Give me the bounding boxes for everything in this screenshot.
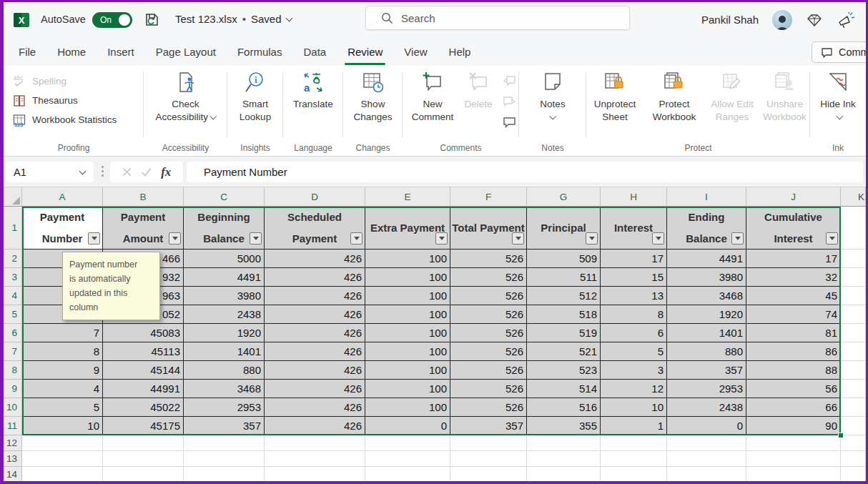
cell[interactable]: 10 bbox=[601, 398, 667, 417]
document-title[interactable]: Test 123.xlsx • Saved bbox=[175, 13, 292, 25]
formula-bar-handle[interactable] bbox=[102, 166, 104, 177]
cell[interactable]: 100 bbox=[365, 287, 450, 305]
cell[interactable]: 6 bbox=[601, 324, 667, 342]
column-header-G[interactable]: G bbox=[527, 187, 601, 207]
tab-view[interactable]: View bbox=[393, 37, 438, 66]
cell[interactable]: 357 bbox=[667, 361, 746, 380]
cell[interactable]: 100 bbox=[365, 361, 450, 380]
cell[interactable] bbox=[667, 451, 746, 467]
cell[interactable] bbox=[365, 467, 450, 481]
cell[interactable] bbox=[841, 207, 866, 250]
header-cell[interactable]: Scheduled Payment bbox=[265, 207, 365, 250]
save-icon[interactable] bbox=[144, 11, 161, 29]
cell[interactable]: 512 bbox=[527, 287, 601, 305]
protect-workbook-button[interactable]: Protect Workbook bbox=[643, 66, 705, 124]
premium-diamond-icon[interactable] bbox=[806, 11, 823, 29]
cell[interactable] bbox=[667, 467, 746, 481]
cell[interactable]: 2438 bbox=[667, 398, 746, 417]
cell[interactable] bbox=[601, 467, 667, 481]
cell[interactable] bbox=[746, 451, 841, 467]
column-header-D[interactable]: D bbox=[265, 187, 365, 207]
cell[interactable]: 44991 bbox=[103, 380, 184, 398]
row-header-6[interactable]: 6 bbox=[4, 324, 22, 342]
filter-button[interactable] bbox=[826, 232, 838, 245]
cell[interactable]: 45 bbox=[746, 287, 841, 305]
cell[interactable] bbox=[841, 417, 866, 435]
avatar[interactable] bbox=[772, 10, 792, 30]
cell[interactable] bbox=[527, 435, 601, 451]
cell[interactable]: 4491 bbox=[184, 268, 265, 287]
cell[interactable]: 523 bbox=[527, 361, 601, 380]
comments-button[interactable]: Comments bbox=[812, 41, 868, 63]
filter-button[interactable] bbox=[731, 232, 744, 245]
cell[interactable]: 880 bbox=[667, 342, 746, 361]
cell[interactable] bbox=[265, 451, 365, 467]
cell[interactable] bbox=[841, 380, 866, 398]
cell[interactable] bbox=[184, 467, 265, 481]
row-header-8[interactable]: 8 bbox=[4, 361, 22, 380]
filter-button[interactable] bbox=[169, 232, 181, 245]
cell[interactable]: 526 bbox=[450, 287, 527, 305]
insert-function-icon[interactable]: fx bbox=[161, 165, 171, 179]
cell[interactable] bbox=[184, 451, 265, 467]
cell[interactable]: 426 bbox=[265, 287, 365, 305]
cell[interactable]: 355 bbox=[527, 417, 601, 435]
cell[interactable] bbox=[841, 342, 866, 361]
cell[interactable]: 4 bbox=[22, 380, 103, 398]
cell[interactable]: 426 bbox=[265, 380, 365, 398]
show-changes-button[interactable]: Show Changes bbox=[347, 66, 400, 124]
cell[interactable] bbox=[527, 451, 601, 467]
cell[interactable]: 17 bbox=[746, 250, 841, 268]
filter-button[interactable] bbox=[652, 232, 664, 245]
cell[interactable]: 526 bbox=[450, 380, 527, 398]
tab-insert[interactable]: Insert bbox=[97, 37, 145, 66]
cell[interactable]: 1 bbox=[601, 417, 667, 435]
cell[interactable]: 426 bbox=[265, 361, 365, 380]
cell[interactable]: 4491 bbox=[667, 250, 746, 268]
cell[interactable]: 100 bbox=[365, 398, 450, 417]
tab-help[interactable]: Help bbox=[438, 37, 482, 66]
workbook-statistics-button[interactable]: 123 Workbook Statistics bbox=[4, 110, 144, 129]
cell[interactable] bbox=[841, 250, 866, 268]
show-comments-button[interactable] bbox=[501, 114, 517, 129]
column-header-H[interactable]: H bbox=[601, 187, 667, 207]
cell[interactable]: 8 bbox=[22, 342, 103, 361]
cell[interactable]: 3468 bbox=[667, 287, 746, 305]
cell[interactable]: 5 bbox=[601, 342, 667, 361]
cell[interactable]: 426 bbox=[265, 342, 365, 361]
translate-button[interactable]: a Translate bbox=[286, 66, 340, 111]
cell[interactable]: 45144 bbox=[103, 361, 184, 380]
column-header-E[interactable]: E bbox=[365, 187, 450, 207]
delete-comment-button[interactable]: Delete bbox=[458, 66, 498, 111]
cell[interactable] bbox=[365, 435, 450, 451]
cell[interactable]: 15 bbox=[601, 268, 667, 287]
cell[interactable] bbox=[265, 435, 365, 451]
filter-button[interactable] bbox=[250, 232, 262, 245]
cell[interactable]: 518 bbox=[527, 305, 601, 324]
user-name[interactable]: Pankil Shah bbox=[701, 14, 759, 26]
cell[interactable]: 521 bbox=[527, 342, 601, 361]
cell[interactable]: 519 bbox=[527, 324, 601, 342]
tab-home[interactable]: Home bbox=[46, 37, 97, 66]
cell[interactable] bbox=[601, 435, 667, 451]
cell[interactable]: 45022 bbox=[103, 398, 184, 417]
cell[interactable] bbox=[450, 451, 527, 467]
new-comment-button[interactable]: New Comment bbox=[407, 66, 458, 124]
header-cell[interactable]: Principal bbox=[527, 207, 601, 250]
cell[interactable]: 56 bbox=[746, 380, 841, 398]
cell[interactable] bbox=[527, 467, 601, 481]
row-header-14[interactable]: 14 bbox=[4, 467, 22, 481]
cell[interactable] bbox=[841, 287, 866, 305]
cell[interactable]: 74 bbox=[746, 305, 841, 324]
formula-input[interactable]: Payment Number bbox=[187, 162, 863, 182]
row-header-7[interactable]: 7 bbox=[4, 342, 22, 361]
cell[interactable]: 9 bbox=[22, 361, 103, 380]
cell[interactable]: 3468 bbox=[184, 380, 265, 398]
cell[interactable]: 32 bbox=[746, 268, 841, 287]
row-header-2[interactable]: 2 bbox=[4, 250, 22, 268]
cell[interactable]: 426 bbox=[265, 324, 365, 342]
header-cell[interactable]: Payment Amount bbox=[103, 207, 184, 250]
smart-lookup-button[interactable]: i Smart Lookup bbox=[230, 66, 280, 124]
filter-button[interactable] bbox=[435, 232, 448, 245]
cell[interactable] bbox=[841, 398, 866, 417]
